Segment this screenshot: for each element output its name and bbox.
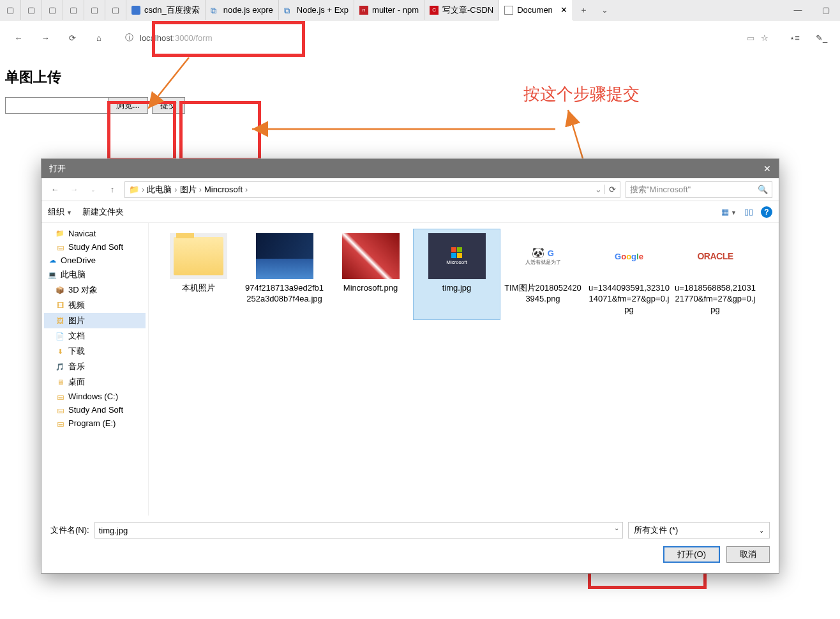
breadcrumb-seg[interactable]: 图片 [180,184,197,195]
url-path: :3000/form [172,33,212,43]
folder-icon: 📁 [129,185,139,194]
tab-write-csdn[interactable]: C写文章-CSDN [424,0,499,20]
preview-pane-icon[interactable]: ▯▯ [744,207,753,217]
tabbar-square[interactable]: ▢ [21,0,42,20]
tree-item[interactable]: ⬇下载 [44,344,146,359]
annotation-text: 按这个步骤提交 [523,83,640,105]
tree-item[interactable]: ☁OneDrive [44,254,146,267]
new-tab-button[interactable]: ＋ [573,0,594,20]
forward-button[interactable]: → [37,29,54,46]
nav-forward-icon[interactable]: → [67,183,81,197]
chevron-down-icon: ⌄ [759,527,764,534]
nav-up-icon[interactable]: ↑ [105,183,119,197]
tree-item[interactable]: 🖴Study And Soft [44,403,146,416]
tab-csdn[interactable]: csdn_百度搜索 [126,0,206,20]
newfolder-button[interactable]: 新建文件夹 [82,206,124,218]
close-icon[interactable]: ✕ [560,5,567,15]
breadcrumb-seg[interactable]: Mincrosoft [204,185,243,194]
page-content: 单图上传 浏览... 提交 [0,55,840,126]
tree-item[interactable]: 📦3D 对象 [44,282,146,298]
browser-tabbar: ▢ ▢ ▢ ▢ ▢ ▢ csdn_百度搜索 ⧉node.js expre ⧉No… [0,0,840,20]
file-input[interactable]: 浏览... [5,97,148,114]
refresh-icon[interactable]: ⟳ [604,185,616,194]
tree-item[interactable]: 🖴Program (E:) [44,416,146,430]
filename-label: 文件名(N): [50,524,89,536]
tabbar-square[interactable]: ▢ [63,0,84,20]
favorites-icon[interactable]: ⋆≡ [786,29,803,46]
tree-item[interactable]: 🖼图片 [44,313,146,328]
close-icon[interactable]: ✕ [763,164,771,174]
help-icon[interactable]: ? [761,206,772,218]
window-maximize[interactable]: ▢ [812,0,840,20]
filetype-select[interactable]: 所有文件 (*) ⌄ [628,522,770,539]
dialog-bottom: 文件名(N): ⌄ 所有文件 (*) ⌄ 打开(O) 取消 [41,516,779,573]
tree-item[interactable]: 💻此电脑 [44,267,146,282]
tree-item[interactable]: 📁Navicat [44,227,146,240]
tabbar-square[interactable]: ▢ [0,0,21,20]
tabbar-square[interactable]: ▢ [42,0,63,20]
tree-item[interactable]: 📄文档 [44,328,146,344]
back-button[interactable]: ← [10,29,27,46]
search-icon: 🔍 [758,185,768,194]
breadcrumb-dropdown-icon[interactable]: ⌄ [595,185,602,194]
file-grid[interactable]: 本机照片974f218713a9ed2fb1252a3d08b7f4ea.jpg… [149,223,779,516]
tree-item[interactable]: 🎵音乐 [44,359,146,374]
url-host: localhost [140,33,172,43]
dialog-nav: ← → ⌄ ↑ 📁 › 此电脑 › 图片 › Mincrosoft › ⌄ ⟳ … [41,178,779,201]
dialog-title: 打开 [49,163,66,174]
tabbar-square[interactable]: ▢ [105,0,126,20]
file-item[interactable]: Googleu=1344093591,3231014071&fm=27&gp=0… [586,229,672,319]
search-input[interactable]: 搜索"Mincrosoft" 🔍 [626,181,772,198]
organize-button[interactable]: 组织▼ [48,206,72,218]
browse-button[interactable]: 浏览... [108,98,147,113]
file-item[interactable]: 974f218713a9ed2fb1252a3d08b7f4ea.jpg [241,229,327,319]
breadcrumb-seg[interactable]: 此电脑 [147,184,172,195]
url-bar[interactable]: ⓘ localhost:3000/form ▭ ☆ [117,27,776,48]
cancel-button[interactable]: 取消 [726,546,770,563]
file-item[interactable]: Mincrosoft.png [327,229,414,319]
file-item[interactable]: Microsofttimg.jpg [414,229,500,319]
dialog-titlebar: 打开 ✕ [41,159,779,178]
info-icon: ⓘ [125,32,133,43]
tab-multer[interactable]: nmulter - npm [354,0,424,20]
reader-icon[interactable]: ▭ [747,33,754,43]
tree-item[interactable]: 🖥桌面 [44,374,146,390]
file-open-dialog: 打开 ✕ ← → ⌄ ↑ 📁 › 此电脑 › 图片 › Mincrosoft ›… [41,158,779,574]
browser-nav: ← → ⟳ ⌂ ⓘ localhost:3000/form ▭ ☆ ⋆≡ ✎_ [0,20,840,55]
page-title: 单图上传 [5,68,835,87]
home-button[interactable]: ⌂ [91,29,107,46]
nav-back-icon[interactable]: ← [48,183,62,197]
breadcrumb[interactable]: 📁 › 此电脑 › 图片 › Mincrosoft › ⌄ ⟳ [124,181,620,198]
tab-nodejs-ex[interactable]: ⧉Node.js + Exp [279,0,354,20]
submit-button[interactable]: 提交 [152,97,185,114]
tree-item[interactable]: 🎞视频 [44,298,146,313]
star-icon[interactable]: ☆ [761,33,769,43]
dialog-toolbar: 组织▼ 新建文件夹 ▦▼ ▯▯ ? [41,201,779,223]
tree-item[interactable]: 🖴Windows (C:) [44,390,146,403]
tab-nodejs[interactable]: ⧉node.js expre [206,0,279,20]
chevron-down-icon[interactable]: ⌄ [614,524,619,531]
file-item[interactable]: 本机照片 [155,229,241,319]
tabbar-chevron[interactable]: ⌄ [594,0,615,20]
nav-recent-icon[interactable]: ⌄ [86,183,100,197]
view-icon[interactable]: ▦▼ [721,207,737,217]
refresh-button[interactable]: ⟳ [64,29,80,46]
file-item[interactable]: 🐼 G人活着就是为了TIM图片20180524203945.png [500,229,586,319]
window-minimize[interactable]: — [784,0,812,20]
tree-item[interactable]: 🖴Study And Soft [44,240,146,254]
notes-icon[interactable]: ✎_ [813,29,830,46]
tabbar-square[interactable]: ▢ [84,0,105,20]
filename-input[interactable] [94,522,623,539]
open-button[interactable]: 打开(O) [663,546,720,563]
folder-tree[interactable]: 📁Navicat🖴Study And Soft☁OneDrive💻此电脑📦3D … [41,223,149,516]
tab-document[interactable]: Documen✕ [499,0,573,20]
file-item[interactable]: ORACLEu=1818568858,2103121770&fm=27&gp=0… [672,229,758,319]
